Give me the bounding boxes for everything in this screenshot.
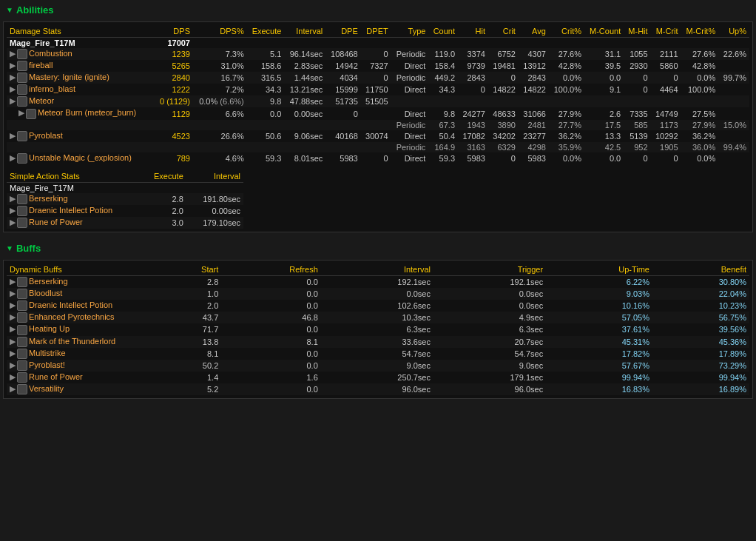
simple-0-icon [17,194,27,204]
simple-col-execute: Execute [140,170,186,183]
simple-player-row: Mage_Fire_T17M [7,182,243,193]
simple-label: Simple Action Stats [7,170,140,183]
col-interval: Interval [284,25,325,38]
list-item: ▶Draenic Intellect Potion 2.0 0.0 102.6s… [7,300,749,312]
abilities-section: ▼ Abilities Damage Stats DPS DPS% Execut… [0,0,756,232]
buffs-title: Buffs [16,243,41,254]
col-execute: Execute [247,25,285,38]
spell-2-icon [17,73,27,83]
player-row: Mage_Fire_T17M 17007 [7,38,749,49]
abilities-collapse-arrow[interactable]: ▼ [6,6,13,14]
buffs-col-benefit: Benefit [652,263,749,276]
simple-2-icon [17,218,27,228]
col-dps-pct: DPS% [193,25,247,38]
col-crit: Crit [488,25,519,38]
spell-3-icon [17,84,27,95]
meteor-icon [17,96,27,107]
table-row: ▶Mastery: Ignite (ignite) 2840 16.7% 316… [7,72,749,84]
col-avg: Avg [519,25,549,38]
list-item: ▶Mark of the Thunderlord 13.8 8.1 33.6se… [7,336,749,348]
spell-1-icon [17,61,27,71]
col-up: Up% [718,25,749,38]
list-item: ▶Multistrike 8.1 0.0 54.7sec 54.7sec 17.… [7,348,749,360]
buff-3-icon [17,312,27,323]
table-row: ▶Meteor Burn (meteor_burn) 1129 6.6% 0.0… [7,107,749,119]
buffs-table: Dynamic Buffs Start Refresh Interval Tri… [7,263,749,395]
spell-6-icon [17,153,27,164]
buffs-col-interval: Interval [321,263,433,276]
col-name: Damage Stats [7,25,155,38]
col-type: Type [391,25,429,38]
table-row: ▶Unstable Magic (_explosion) 789 4.6% 59… [7,152,749,164]
abilities-header: ▼ Abilities [0,0,756,20]
buff-9-icon [17,384,27,394]
col-mcount: M-Count [584,25,624,38]
buff-2-icon [17,300,27,311]
col-mcrit: M-Crit [651,25,681,38]
buffs-col-name: Dynamic Buffs [7,263,155,276]
damage-stats-table: Damage Stats DPS DPS% Execute Interval D… [7,25,749,164]
table-row: ▶Pyroblast 4523 26.6% 50.6 9.06sec 40168… [7,130,749,142]
buffs-col-start: Start [155,263,221,276]
list-item: ▶Berserking 2.8 0.0 192.1sec 192.1sec 6.… [7,276,749,289]
list-item: ▶Draenic Intellect Potion 2.0 0.00sec [7,205,243,217]
table-row: Periodic 67.3 1943 3890 2481 27.7% 17.5 … [7,120,749,130]
list-item: ▶Enhanced Pyrotechnics 43.7 46.8 10.3sec… [7,312,749,323]
abilities-panel: Damage Stats DPS DPS% Execute Interval D… [3,21,753,232]
list-item: ▶Heating Up 71.7 0.0 6.3sec 6.3sec 37.61… [7,323,749,335]
col-mcrit-pct: M-Crit% [681,25,719,38]
player-name: Mage_Fire_T17M [7,38,155,49]
buffs-collapse-arrow[interactable]: ▼ [6,244,13,252]
table-row: ▶Meteor 0 (1129) 0.0% (6.6%) 9.8 47.88se… [7,95,749,107]
buff-0-icon [17,277,27,287]
list-item: ▶Rune of Power 1.4 1.6 250.7sec 179.1sec… [7,372,749,383]
simple-action-table: Simple Action Stats Execute Interval Mag… [7,170,243,229]
buff-6-icon [17,349,27,359]
list-item: ▶Berserking 2.8 191.80sec [7,193,243,205]
meteor-burn-icon [26,109,36,119]
buffs-col-uptime: Up-Time [546,263,652,276]
buff-5-icon [17,337,27,347]
list-item: ▶Versatility 5.2 0.0 96.0sec 96.0sec 16.… [7,383,749,395]
buff-4-icon [17,325,27,335]
table-row: ▶fireball 5265 31.0% 158.6 2.83sec 14942… [7,60,749,72]
buffs-col-trigger: Trigger [433,263,546,276]
col-crit-pct: Crit% [549,25,584,38]
buffs-header: ▼ Buffs [0,238,756,258]
spell-0-icon [17,49,27,59]
list-item: ▶Rune of Power 3.0 179.10sec [7,217,243,229]
col-dpe: DPE [325,25,360,38]
list-item: ▶Pyroblast! 50.2 0.0 9.0sec 9.0sec 57.67… [7,360,749,372]
pyroblast-icon [17,131,27,141]
simple-col-interval: Interval [186,170,243,183]
col-mhit: M-Hit [624,25,650,38]
col-hit: Hit [458,25,488,38]
list-item: ▶Bloodlust 1.0 0.0 0.0sec 0.0sec 9.03% 2… [7,288,749,300]
table-row: ▶Combustion 1239 7.3% 5.1 96.14sec 10846… [7,48,749,60]
buffs-panel: Dynamic Buffs Start Refresh Interval Tri… [3,260,753,399]
simple-1-icon [17,206,27,216]
buff-7-icon [17,360,27,371]
player-dps: 17007 [155,38,193,49]
buffs-col-refresh: Refresh [221,263,320,276]
buff-1-icon [17,289,27,299]
col-count: Count [428,25,458,38]
abilities-title: Abilities [16,4,54,16]
buff-8-icon [17,372,27,383]
col-dps: DPS [155,25,193,38]
buffs-section: ▼ Buffs Dynamic Buffs Start Refresh Inte… [0,238,756,399]
simple-action-stats: Simple Action Stats Execute Interval Mag… [7,170,749,229]
table-row: ▶inferno_blast 1222 7.2% 34.3 13.21sec 1… [7,84,749,95]
table-row: Periodic 164.9 3163 6329 4298 35.9% 42.5… [7,142,749,152]
col-dpet: DPET [361,25,391,38]
